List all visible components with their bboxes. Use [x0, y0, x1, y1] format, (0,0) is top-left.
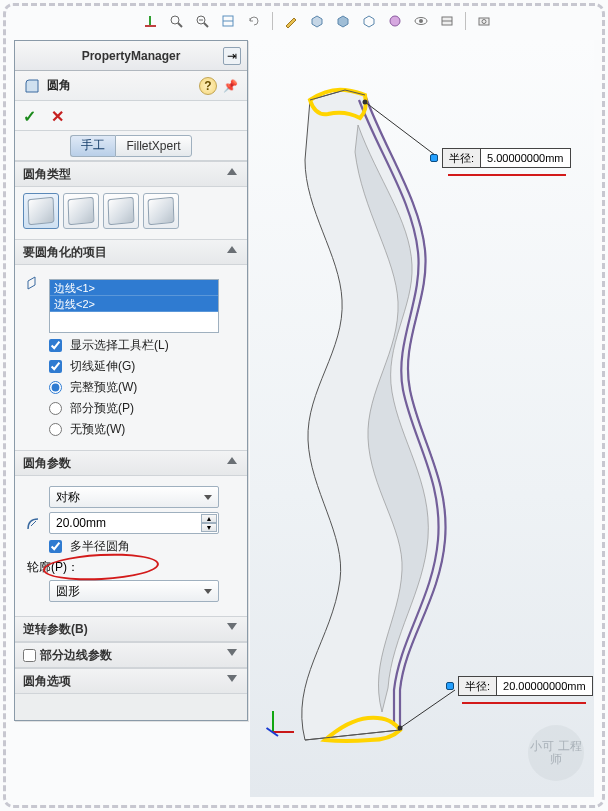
svg-point-2 [171, 16, 179, 24]
property-manager-panel: PropertyManager ⇥ 圆角 ? 📌 ✓ ✕ 手工 FilletXp… [14, 40, 248, 721]
section-icon[interactable] [218, 11, 238, 31]
svg-point-18 [363, 100, 368, 105]
svg-line-16 [31, 521, 36, 526]
fillet-type-full-round[interactable] [143, 193, 179, 229]
radius-input[interactable]: 20.00mm ▲▼ [49, 512, 219, 534]
profile-dropdown[interactable]: 圆形 [49, 580, 219, 602]
radio-partial-preview[interactable] [49, 402, 62, 415]
svg-line-3 [178, 23, 182, 27]
svg-point-11 [419, 19, 423, 23]
pm-title: PropertyManager [82, 49, 181, 63]
view-iso-icon[interactable] [307, 11, 327, 31]
view-triad-icon[interactable] [260, 707, 290, 737]
annotation-underline [462, 702, 586, 704]
watermark: 小可 工程师 [528, 725, 584, 781]
radio-no-preview[interactable] [49, 423, 62, 436]
radius-icon [23, 514, 45, 532]
callout-handle-icon[interactable] [446, 682, 454, 690]
toolbar-separator [272, 12, 273, 30]
zoom-area-icon[interactable] [192, 11, 212, 31]
selection-item[interactable]: 边线<2> [50, 296, 218, 312]
radius-callout-1[interactable]: 半径: 5.00000000mm [430, 148, 571, 168]
svg-line-5 [204, 23, 208, 27]
tab-manual[interactable]: 手工 [70, 135, 115, 157]
section-fillet-type[interactable]: 圆角类型 [15, 161, 247, 187]
checkbox-multi-radius[interactable] [49, 540, 62, 553]
fillet-type-buttons [23, 193, 239, 229]
fillet-icon [23, 77, 41, 95]
pm-header: PropertyManager ⇥ [15, 41, 247, 71]
svg-point-20 [398, 726, 403, 731]
hide-show-icon[interactable] [411, 11, 431, 31]
selection-list[interactable]: 边线<1> 边线<2> [49, 279, 219, 333]
fillet-type-constant[interactable] [23, 193, 59, 229]
radio-full-preview[interactable] [49, 381, 62, 394]
fillet-type-face[interactable] [103, 193, 139, 229]
axis-icon[interactable] [140, 11, 160, 31]
ok-button[interactable]: ✓ [23, 107, 41, 125]
symmetry-dropdown[interactable]: 对称 [49, 486, 219, 508]
edge-select-icon [23, 275, 45, 293]
zoom-fit-icon[interactable] [166, 11, 186, 31]
snapshot-icon[interactable] [474, 11, 494, 31]
view-shaded-icon[interactable] [333, 11, 353, 31]
callout-label: 半径: [458, 676, 497, 696]
section-fillet-params[interactable]: 圆角参数 [15, 450, 247, 476]
callout-value[interactable]: 5.00000000mm [481, 148, 570, 168]
keep-visible-icon[interactable]: 📌 [221, 77, 239, 95]
feature-title-row: 圆角 ? 📌 [15, 71, 247, 101]
view-toolbar [140, 10, 494, 32]
ok-cancel-row: ✓ ✕ [15, 101, 247, 131]
callout-label: 半径: [442, 148, 481, 168]
appearance-icon[interactable] [385, 11, 405, 31]
toolbar-separator [465, 12, 466, 30]
rotate-icon[interactable] [244, 11, 264, 31]
section-options[interactable]: 圆角选项 [15, 668, 247, 694]
graphics-viewport[interactable]: 半径: 5.00000000mm 半径: 20.00000000mm 小可 工程… [250, 40, 594, 797]
section-partial-edge[interactable]: 部分边线参数 [15, 642, 247, 668]
feature-name: 圆角 [47, 77, 71, 94]
checkbox-tangent[interactable] [49, 360, 62, 373]
checkbox-partial-edge[interactable] [23, 649, 36, 662]
tab-filletxpert[interactable]: FilletXpert [115, 135, 191, 157]
svg-point-9 [390, 16, 400, 26]
mode-tabs: 手工 FilletXpert [15, 131, 247, 161]
spin-up[interactable]: ▲ [201, 514, 217, 523]
cancel-button[interactable]: ✕ [51, 107, 69, 125]
help-icon[interactable]: ? [199, 77, 217, 95]
profile-label: 轮廓(P)： [27, 559, 239, 576]
spin-down[interactable]: ▼ [201, 523, 217, 532]
pin-icon[interactable]: ⇥ [223, 47, 241, 65]
annotation-underline [448, 174, 566, 176]
fillet-type-variable[interactable] [63, 193, 99, 229]
section-items[interactable]: 要圆角化的项目 [15, 239, 247, 265]
view-wire-icon[interactable] [359, 11, 379, 31]
scene-icon[interactable] [437, 11, 457, 31]
selection-item[interactable]: 边线<1> [50, 280, 218, 296]
checkbox-show-toolbar[interactable] [49, 339, 62, 352]
section-reverse[interactable]: 逆转参数(B) [15, 616, 247, 642]
callout-handle-icon[interactable] [430, 154, 438, 162]
edit-sketch-icon[interactable] [281, 11, 301, 31]
radius-callout-2[interactable]: 半径: 20.00000000mm [446, 676, 593, 696]
callout-value[interactable]: 20.00000000mm [497, 676, 593, 696]
